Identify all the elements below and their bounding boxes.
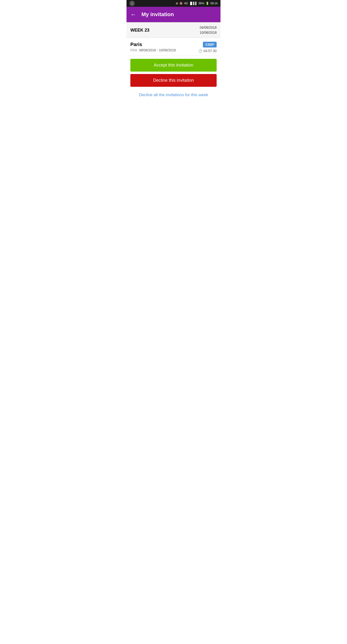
week-header: WEEK 23 04/06/2018 10/06/2018: [126, 23, 220, 38]
music-icon: ♪: [130, 1, 135, 6]
action-buttons: Accept this invitation Decline this invi…: [126, 56, 220, 87]
battery-percent: 96%: [198, 2, 204, 5]
duration-clock-icon: 🕐: [198, 49, 202, 53]
bluetooth-icon: ⊛: [176, 2, 178, 5]
event-duration: 🕐 04:57:30: [198, 49, 217, 53]
event-top: Paris FRA 08/06/2018 - 10/06/2018 CSI5* …: [130, 42, 217, 53]
mute-icon: 🔇: [179, 2, 183, 5]
decline-all-container: Decline all the invitations for this wee…: [126, 87, 220, 103]
week-date-end: 10/06/2018: [200, 30, 217, 35]
event-meta: FRA 08/06/2018 - 10/06/2018: [130, 48, 198, 52]
decline-invitation-button[interactable]: Decline this invitation: [130, 74, 217, 87]
event-city: Paris: [130, 42, 198, 47]
status-bar: ♪ ⊛ 🔇 4G ▐▌▌▌ 96% 🔋 09:14: [126, 0, 220, 7]
status-right: ⊛ 🔇 4G ▐▌▌▌ 96% 🔋 09:14: [176, 2, 218, 5]
accept-invitation-button[interactable]: Accept this invitation: [130, 59, 217, 72]
network-4g-icon: 4G: [184, 2, 188, 5]
event-card: Paris FRA 08/06/2018 - 10/06/2018 CSI5* …: [126, 38, 220, 56]
event-right: CSI5* 🕐 04:57:30: [198, 42, 217, 53]
status-left: ♪: [130, 1, 135, 6]
clock-time: 09:14: [210, 2, 218, 5]
week-dates: 04/06/2018 10/06/2018: [200, 25, 217, 35]
signal-bars-icon: ▐▌▌▌: [189, 2, 197, 5]
decline-all-link[interactable]: Decline all the invitations for this wee…: [139, 92, 208, 97]
back-button[interactable]: ←: [130, 11, 137, 18]
event-date-range: 08/06/2018 - 10/06/2018: [139, 48, 176, 52]
event-info: Paris FRA 08/06/2018 - 10/06/2018: [130, 42, 198, 52]
week-label: WEEK 23: [130, 28, 150, 33]
duration-value: 04:57:30: [204, 49, 217, 53]
week-date-start: 04/06/2018: [200, 25, 217, 30]
battery-icon: 🔋: [206, 2, 209, 5]
page-title: My invitation: [142, 11, 174, 18]
main-content: WEEK 23 04/06/2018 10/06/2018 Paris FRA …: [126, 23, 220, 103]
csi-badge: CSI5*: [203, 42, 217, 48]
app-bar: ← My invitation: [126, 7, 220, 22]
event-country: FRA: [130, 48, 137, 52]
